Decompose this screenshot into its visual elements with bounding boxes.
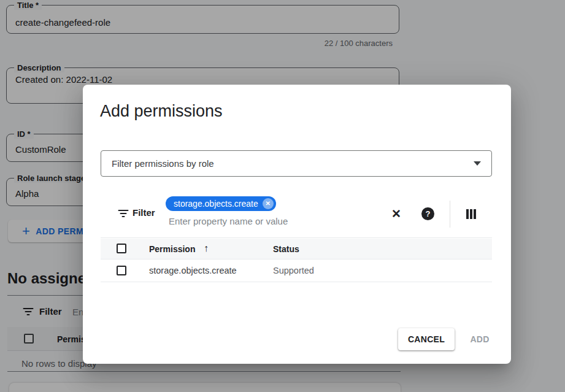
filter-icon <box>118 210 129 218</box>
chevron-down-icon <box>474 161 481 166</box>
chip-remove-icon[interactable]: ✕ <box>263 198 274 209</box>
clear-filters-icon[interactable]: ✕ <box>391 207 401 221</box>
table-row[interactable]: storage.objects.create Supported <box>101 259 492 282</box>
status-column-header[interactable]: Status <box>273 244 299 254</box>
dialog-filter-label: Filter <box>133 207 155 218</box>
add-permissions-dialog: Add permissions Filter permissions by ro… <box>83 85 511 364</box>
permission-cell: storage.objects.create <box>149 266 237 275</box>
filter-chip[interactable]: storage.objects.create ✕ <box>166 196 276 211</box>
status-cell: Supported <box>273 266 314 275</box>
select-all-checkbox[interactable] <box>117 244 126 253</box>
sort-ascending-icon[interactable]: ↑ <box>204 243 209 254</box>
cancel-button[interactable]: CANCEL <box>398 328 455 350</box>
filter-chip-label: storage.objects.create <box>174 199 258 209</box>
permission-column-header[interactable]: Permission <box>149 244 195 254</box>
help-icon[interactable]: ? <box>421 207 434 220</box>
divider <box>450 201 450 228</box>
dialog-filter-input[interactable]: Enter property name or value <box>169 216 288 226</box>
role-select-placeholder: Filter permissions by role <box>112 158 214 169</box>
row-checkbox[interactable] <box>117 266 126 275</box>
filter-permissions-by-role-select[interactable]: Filter permissions by role <box>101 150 492 177</box>
dialog-title: Add permissions <box>100 102 223 121</box>
add-button[interactable]: ADD <box>464 328 495 350</box>
divider <box>101 237 492 238</box>
column-display-options-icon[interactable] <box>466 209 476 219</box>
screen: Title * create-changefeed-role 22 / 100 … <box>0 0 565 392</box>
dialog-table-header: Permission ↑ Status <box>101 239 492 259</box>
